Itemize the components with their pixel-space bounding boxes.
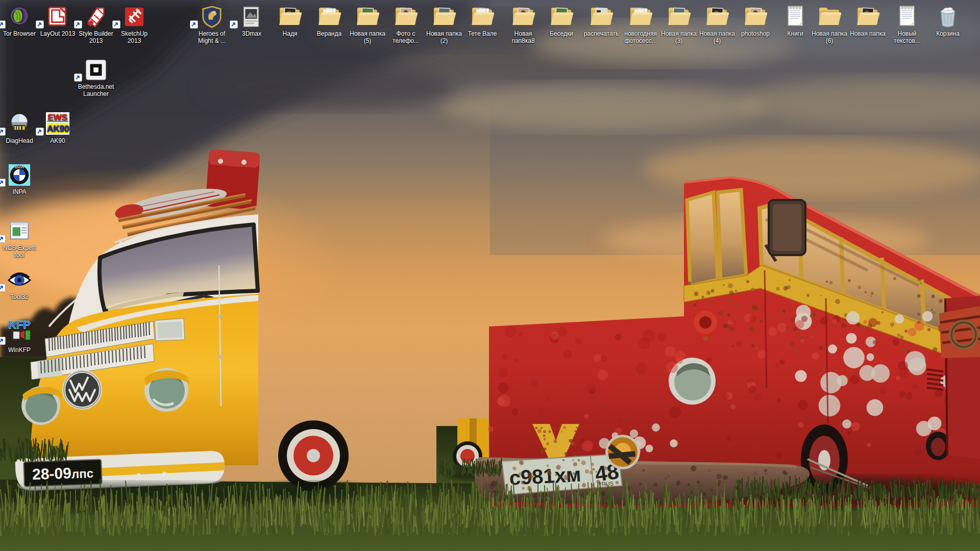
svg-text:AK90: AK90 bbox=[47, 124, 69, 134]
svg-text:RUS: RUS bbox=[601, 480, 614, 487]
svg-text:BMW: BMW bbox=[15, 165, 24, 169]
svg-text:KFP: KFP bbox=[8, 319, 31, 331]
svg-text:с981хм: с981хм bbox=[509, 463, 582, 489]
svg-text:28-09лпс: 28-09лпс bbox=[32, 464, 94, 483]
